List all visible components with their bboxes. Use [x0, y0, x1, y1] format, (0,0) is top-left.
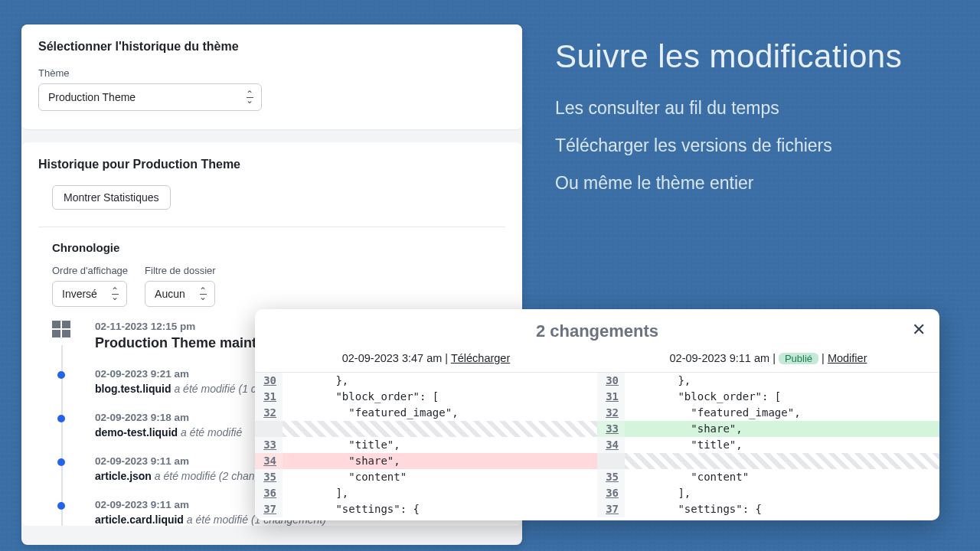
code-text: "share",: [625, 421, 939, 437]
diff-line: 33 "title",: [255, 437, 597, 453]
diff-left-column: 30 },31 "block_order": [32 "featured_ima…: [255, 373, 597, 517]
line-number: 32: [255, 405, 283, 421]
line-number: 31: [597, 389, 625, 405]
timeline-file: article.json: [95, 470, 152, 482]
timeline-filters: Ordre d'affichage Inversé Filtre de doss…: [52, 265, 505, 307]
marketing-line: Les consulter au fil du temps: [555, 98, 902, 119]
chronology-heading: Chronologie: [52, 241, 505, 254]
line-number: 31: [255, 389, 283, 405]
diff-line: 36 ],: [597, 485, 939, 501]
download-link[interactable]: Télécharger: [451, 352, 510, 364]
grid-icon: [52, 321, 70, 337]
diff-line: 34 "share",: [255, 453, 597, 469]
dot-icon: [57, 415, 65, 422]
code-text: ],: [625, 485, 939, 501]
line-number: 30: [255, 373, 283, 389]
close-icon[interactable]: ✕: [912, 320, 926, 340]
code-text: "share",: [283, 453, 597, 469]
line-number: 33: [597, 421, 625, 437]
line-number: 33: [255, 437, 283, 453]
timeline-file: article.card.liquid: [95, 514, 184, 526]
code-text: "settings": {: [283, 501, 597, 517]
code-text: "title",: [625, 437, 939, 453]
filter-select-value: Aucun: [155, 288, 185, 300]
filter-label: Filtre de dossier: [145, 265, 215, 276]
diff-meta-left: 02-09-2023 3:47 am | Télécharger: [255, 352, 597, 372]
theme-select-value: Production Theme: [48, 91, 136, 103]
code-text: ],: [283, 485, 597, 501]
chevron-updown-icon: [246, 90, 253, 105]
diff-line: 31 "block_order": [: [255, 389, 597, 405]
diff-left-timestamp: 02-09-2023 3:47 am: [342, 352, 443, 364]
diff-meta-row: 02-09-2023 3:47 am | Télécharger 02-09-2…: [255, 352, 939, 372]
line-number: 35: [255, 469, 283, 485]
diff-line: 35 "content": [597, 469, 939, 485]
theme-selector-heading: Sélectionner l'historique du thème: [38, 40, 505, 54]
order-select-value: Inversé: [62, 288, 97, 300]
code-text: "title",: [283, 437, 597, 453]
theme-label: Thème: [38, 67, 505, 79]
code-text: "block_order": [: [283, 389, 597, 405]
line-number: 36: [255, 485, 283, 501]
diff-line: 35 "content": [255, 469, 597, 485]
diff-line: 37 "settings": {: [597, 501, 939, 517]
dot-icon: [57, 371, 65, 379]
marketing-headline: Suivre les modifications: [555, 38, 902, 75]
line-number: 35: [597, 469, 625, 485]
theme-selector-card: Sélectionner l'historique du thème Thème…: [21, 24, 522, 130]
filter-select[interactable]: Aucun: [145, 281, 215, 307]
separator: |: [445, 352, 451, 364]
show-stats-button[interactable]: Montrer Statistiques: [52, 185, 171, 210]
diff-modal: 2 changements ✕ 02-09-2023 3:47 am | Tél…: [255, 309, 939, 520]
dot-icon: [57, 458, 65, 466]
diff-right-timestamp: 02-09-2023 9:11 am: [670, 352, 770, 364]
code-text: },: [283, 373, 597, 389]
order-select[interactable]: Inversé: [52, 281, 127, 307]
code-text: "content": [625, 469, 939, 485]
dot-icon: [57, 502, 65, 510]
diff-line: 32 "featured_image",: [255, 405, 597, 421]
marketing-line: Télécharger les versions de fichiers: [555, 135, 902, 156]
diff-line: 33 "share",: [597, 421, 939, 437]
modify-link[interactable]: Modifier: [828, 352, 867, 364]
line-number: 34: [255, 453, 283, 469]
code-text: "block_order": [: [625, 389, 939, 405]
timeline-file: blog.test.liquid: [95, 383, 172, 395]
diff-view: 30 },31 "block_order": [32 "featured_ima…: [255, 372, 939, 517]
published-badge: Publié: [779, 353, 818, 364]
diff-modal-header: 2 changements ✕: [255, 309, 939, 352]
line-number: 36: [597, 485, 625, 501]
code-text: },: [625, 373, 939, 389]
code-text: "content": [283, 469, 597, 485]
line-number: 37: [597, 501, 625, 517]
diff-line: 30 },: [597, 373, 939, 389]
line-number: 32: [597, 405, 625, 421]
diff-line: 32 "featured_image",: [597, 405, 939, 421]
diff-line: 31 "block_order": [: [597, 389, 939, 405]
diff-meta-right: 02-09-2023 9:11 am | Publié | Modifier: [597, 352, 939, 372]
diff-line: 37 "settings": {: [255, 501, 597, 517]
diff-line: 34 "title",: [597, 437, 939, 453]
separator: |: [773, 352, 779, 364]
code-text: "featured_image",: [625, 405, 939, 421]
code-text: "featured_image",: [283, 405, 597, 421]
marketing-copy: Suivre les modifications Les consulter a…: [555, 38, 902, 210]
timeline-suffix: a été modifié: [178, 426, 242, 439]
theme-select[interactable]: Production Theme: [38, 83, 262, 111]
line-number: 37: [255, 501, 283, 517]
history-heading: Historique pour Production Theme: [38, 158, 505, 171]
diff-line: 30 },: [255, 373, 597, 389]
chevron-updown-icon: [199, 286, 207, 302]
marketing-line: Ou même le thème entier: [555, 173, 902, 194]
line-number: 34: [597, 437, 625, 453]
diff-title: 2 changements: [536, 321, 658, 341]
timeline-file: demo-test.liquid: [95, 426, 178, 439]
code-text: "settings": {: [625, 501, 939, 517]
diff-right-column: 30 },31 "block_order": [32 "featured_ima…: [597, 373, 939, 517]
line-number: 30: [597, 373, 625, 389]
separator: |: [822, 352, 828, 364]
divider: [38, 227, 505, 227]
diff-line: 36 ],: [255, 485, 597, 501]
chevron-updown-icon: [111, 286, 119, 302]
order-label: Ordre d'affichage: [52, 265, 128, 276]
